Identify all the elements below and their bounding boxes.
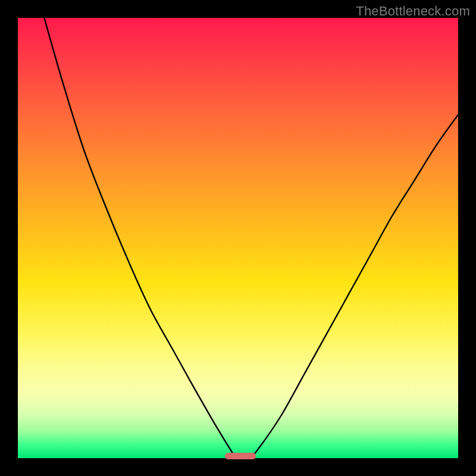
right-curve <box>251 115 458 458</box>
left-curve <box>44 18 236 458</box>
optimal-marker <box>225 453 256 459</box>
watermark-text: TheBottleneck.com <box>356 4 470 19</box>
chart-frame: TheBottleneck.com <box>0 0 476 476</box>
plot-area <box>18 18 458 458</box>
curves-svg <box>18 18 458 458</box>
